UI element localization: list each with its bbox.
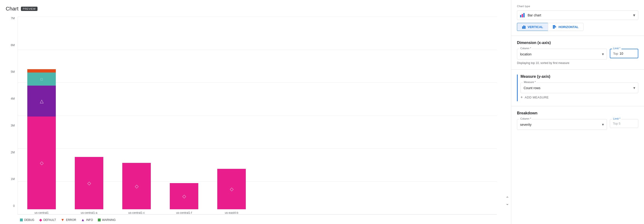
- dimension-field-row: Column * location ▾ Limit * Top: [517, 49, 638, 60]
- breakdown-limit-inner[interactable]: Top 5: [610, 119, 638, 128]
- square-icon: □: [40, 77, 42, 81]
- bar-stack-us-central1: ◇ △ □: [27, 69, 56, 209]
- measure-field-value: Count rows: [524, 86, 540, 90]
- chart-plot: 7M 6M 5M 4M 3M 2M 1M 0: [6, 17, 511, 215]
- svg-rect-0: [520, 15, 521, 17]
- breakdown-column-label: Column *: [519, 117, 532, 120]
- bar-group-us-east4-b: ◇ us-east4-b: [217, 169, 246, 214]
- breakdown-column-value: severity: [520, 123, 532, 126]
- measure-field-label: Measure *: [523, 81, 537, 83]
- legend-icon-default: ◆: [39, 217, 42, 222]
- measure-section: Measure (y-axis) Measure * Count rows ▾ …: [511, 70, 644, 106]
- horizontal-chart-icon: [553, 25, 556, 29]
- bar-segment-default-a: ◇: [75, 157, 103, 209]
- measure-field: Measure * Count rows ▾: [520, 83, 638, 93]
- chevron-down-icon[interactable]: ⌄: [506, 201, 509, 206]
- legend-color-debug: [20, 218, 23, 221]
- bar-stack-us-central1-a: ◇: [75, 157, 103, 209]
- chart-title: Chart: [6, 6, 18, 12]
- bar-segment-default: ◇: [27, 117, 56, 209]
- y-label-7m: 7M: [11, 17, 15, 20]
- legend-label-warning: WARNING: [102, 218, 116, 221]
- column-field-inner[interactable]: location ▾: [517, 49, 607, 60]
- legend-item-default: ◆ DEFAULT: [39, 217, 56, 222]
- breakdown-dropdown-arrow: ▾: [602, 122, 604, 127]
- chart-header: Chart PREVIEW: [6, 6, 511, 12]
- orientation-buttons: VERTICAL HORIZONTAL: [517, 23, 638, 31]
- vertical-label: VERTICAL: [528, 25, 543, 29]
- column-field-value: location: [520, 52, 532, 56]
- dimension-heading: Dimension (x-axis): [517, 41, 638, 45]
- chart-type-text: Bar chart: [528, 13, 541, 17]
- vertical-chart-icon: [522, 25, 526, 29]
- y-label-5m: 5M: [11, 70, 15, 74]
- legend-label-info: INFO: [86, 218, 93, 221]
- limit-field-label: Limit *: [612, 47, 622, 50]
- measure-field-inner[interactable]: Count rows ▾: [520, 83, 638, 93]
- y-label-2m: 2M: [11, 151, 15, 154]
- diamond-icon: ◇: [40, 160, 44, 166]
- measure-heading: Measure (y-axis): [520, 74, 638, 79]
- triangle-icon: △: [40, 98, 44, 104]
- legend-label-error: ERROR: [66, 218, 76, 221]
- breakdown-section: Breakdown Column * severity ▾ Limit * To…: [511, 106, 644, 135]
- chart-type-label: Chart type: [517, 5, 638, 8]
- limit-field: Limit * Top: [610, 49, 638, 58]
- x-label-us-east4-b: us-east4-b: [225, 211, 238, 214]
- breakdown-column-inner[interactable]: severity ▾: [517, 119, 607, 130]
- measure-content: Measure (y-axis) Measure * Count rows ▾ …: [518, 74, 638, 101]
- bar-group-us-central1-a: ◇ us-central1-a: [75, 157, 103, 214]
- preview-badge: PREVIEW: [21, 7, 38, 11]
- legend-label-default: DEFAULT: [44, 218, 56, 221]
- measure-section-inner: Measure (y-axis) Measure * Count rows ▾ …: [517, 74, 638, 101]
- diamond-icon-f: ◇: [182, 193, 186, 199]
- svg-rect-6: [553, 25, 555, 26]
- breakdown-limit-field: Limit * Top 5: [610, 119, 638, 128]
- add-measure-button[interactable]: + ADD MEASURE: [520, 93, 549, 101]
- limit-input[interactable]: [620, 52, 627, 55]
- svg-rect-1: [522, 14, 523, 17]
- legend-label-debug: DEBUG: [24, 218, 34, 221]
- limit-field-inner[interactable]: Top: [610, 49, 638, 58]
- bar-group-us-central1-c: ◇ us-central1-c: [122, 163, 151, 214]
- measure-dropdown-arrow: ▾: [633, 86, 635, 90]
- legend-color-warning: [98, 218, 101, 221]
- add-measure-label: ADD MEASURE: [525, 96, 549, 99]
- svg-rect-7: [553, 26, 556, 27]
- bar-group-us-central1: ◇ △ □: [27, 69, 56, 214]
- bar-segment-debug: □: [27, 73, 56, 86]
- legend-item-info: ▲ INFO: [81, 218, 93, 222]
- svg-rect-4: [523, 26, 524, 29]
- vertical-button[interactable]: VERTICAL: [517, 23, 548, 31]
- x-label-us-central1-a: us-central1-a: [81, 211, 97, 214]
- right-panel: Chart type Bar chart ▾ VE: [511, 0, 644, 224]
- chart-container: 7M 6M 5M 4M 3M 2M 1M 0: [6, 17, 511, 224]
- breakdown-limit-label: Limit *: [612, 117, 622, 120]
- legend-item-error: ▼ ERROR: [61, 218, 76, 222]
- horizontal-button[interactable]: HORIZONTAL: [548, 23, 584, 31]
- svg-rect-8: [553, 28, 555, 29]
- y-label-3m: 3M: [11, 124, 15, 127]
- legend-item-warning: WARNING: [98, 218, 116, 221]
- bar-segment-error: [27, 69, 56, 73]
- chart-type-inner: Bar chart: [520, 13, 541, 17]
- bar-segment-info: △: [27, 86, 56, 117]
- chevron-up-icon[interactable]: ⌃: [506, 196, 509, 200]
- y-label-6m: 6M: [11, 44, 15, 47]
- bar-stack-us-central1-c: ◇: [122, 163, 151, 209]
- diamond-icon-a: ◇: [88, 180, 91, 186]
- svg-rect-3: [522, 26, 523, 29]
- limit-prefix: Top: [613, 52, 618, 55]
- bar-segment-default-c: ◇: [122, 163, 151, 209]
- y-label-4m: 4M: [11, 97, 15, 100]
- chart-area: Chart PREVIEW 7M 6M 5M 4M 3M 2M 1M 0: [0, 0, 511, 224]
- x-label-us-central1-f: us-central1-f: [176, 211, 192, 214]
- bar-chart-icon: [520, 13, 525, 17]
- breakdown-field-row: Column * severity ▾ Limit * Top 5: [517, 119, 638, 130]
- bar-stack-us-central1-f: ◇: [170, 183, 198, 209]
- legend-icon-error: ▼: [61, 218, 64, 222]
- bar-stack-us-east4-b: ◇: [217, 169, 246, 209]
- y-label-0: 0: [13, 204, 15, 207]
- legend-icon-info: ▲: [81, 218, 85, 222]
- chart-type-selector[interactable]: Bar chart ▾: [517, 11, 638, 20]
